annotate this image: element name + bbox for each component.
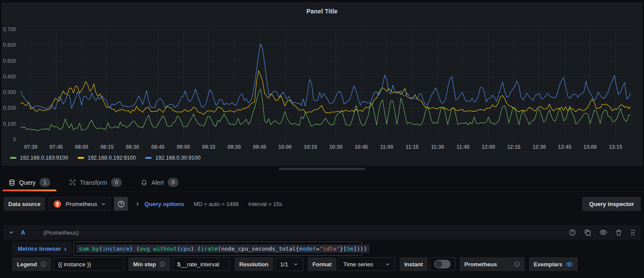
- query-row-header[interactable]: A (Prometheus): [3, 225, 641, 240]
- grafana-panel-editor: Panel Title 0.7000.6000.5000.4000.3000.2…: [0, 0, 644, 278]
- datasource-picker[interactable]: Prometheus: [49, 197, 111, 211]
- promql-expression: sum by(instance) (avg without(cpu) (irat…: [76, 245, 369, 253]
- datasource-label: Data source: [3, 197, 45, 211]
- svg-text:08:15: 08:15: [101, 144, 114, 150]
- chevron-right-icon: ›: [64, 245, 67, 252]
- promql-input[interactable]: sum by(instance) (avg without(cpu) (irat…: [74, 242, 362, 255]
- exemplars-label-text: Exemplars: [534, 261, 563, 268]
- format-value: Time series: [343, 261, 373, 268]
- legend-item[interactable]: 192.168.0.192:9100: [78, 155, 136, 161]
- prometheus-option-label: Prometheus: [460, 257, 525, 271]
- tab-query[interactable]: Query 1: [3, 173, 56, 191]
- legend-label: 192.168.0.183:9100: [20, 155, 68, 161]
- tab-alert-label: Alert: [151, 180, 164, 186]
- min-step-input[interactable]: $__rate_interval: [172, 257, 230, 271]
- editor-tabbar: Query 1 Transform 0 Alert 0: [0, 173, 644, 192]
- svg-text:13:00: 13:00: [583, 144, 597, 150]
- tab-query-count: 1: [39, 178, 50, 187]
- query-expression-row: Metrics browser › sum by(instance) (avg …: [12, 242, 641, 255]
- legend-option-label: Legend: [12, 257, 51, 271]
- interval-text: Interval = 15s: [248, 201, 282, 207]
- svg-text:09:45: 09:45: [253, 144, 267, 150]
- query-options-row: Legend {{ instance }} Min step $__rate_i…: [12, 257, 641, 271]
- svg-text:11:00: 11:00: [380, 144, 393, 150]
- resolution-select[interactable]: 1/1: [275, 257, 303, 271]
- tab-transform-label: Transform: [80, 180, 107, 186]
- query-options-link[interactable]: Query options: [144, 201, 184, 207]
- min-step-option-label: Min step: [128, 257, 170, 271]
- metrics-browser-button[interactable]: Metrics browser ›: [12, 242, 72, 255]
- exemplars-eye-icon[interactable]: [566, 261, 573, 268]
- svg-text:0.400: 0.400: [3, 74, 16, 80]
- trash-icon: [615, 229, 622, 236]
- legend-swatch: [10, 157, 16, 159]
- query-ref-id[interactable]: A: [21, 229, 25, 236]
- cpu-chart[interactable]: 0.7000.6000.5000.4000.3000.2000.100007:3…: [2, 3, 642, 165]
- tab-alert-count: 0: [168, 178, 179, 187]
- chevron-down-icon: [385, 262, 390, 267]
- tab-transform-count: 0: [111, 178, 122, 187]
- svg-text:13:15: 13:15: [609, 144, 622, 150]
- legend-item[interactable]: 192.168.0.183:9100: [10, 155, 68, 161]
- prometheus-icon: [53, 200, 62, 208]
- tab-transform[interactable]: Transform 0: [63, 173, 128, 191]
- datasource-help-button[interactable]: [114, 197, 128, 211]
- svg-text:10:30: 10:30: [329, 144, 343, 150]
- instant-option-label: Instant: [400, 257, 428, 271]
- exemplars-option-label: Exemplars: [529, 257, 578, 271]
- query-actions: [569, 229, 635, 236]
- timeseries-panel: Panel Title 0.7000.6000.5000.4000.3000.2…: [2, 3, 642, 166]
- pane-resize-handle[interactable]: [279, 168, 365, 170]
- svg-text:11:45: 11:45: [456, 144, 469, 150]
- instant-toggle[interactable]: [434, 260, 451, 268]
- duplicate-query-button[interactable]: [584, 229, 591, 236]
- query-editor-card: A (Prometheus): [3, 225, 641, 271]
- svg-text:0.300: 0.300: [3, 89, 16, 95]
- max-data-points-text: MD = auto = 1488: [194, 201, 239, 207]
- tab-alert[interactable]: Alert 0: [135, 173, 185, 191]
- legend-item[interactable]: 192.168.0.30:9100: [145, 155, 200, 161]
- svg-text:07:45: 07:45: [49, 144, 63, 150]
- svg-text:10:00: 10:00: [278, 144, 292, 150]
- remove-query-button[interactable]: [615, 229, 622, 236]
- svg-text:11:15: 11:15: [406, 144, 419, 150]
- info-icon[interactable]: [159, 261, 166, 267]
- eye-icon: [599, 229, 607, 236]
- info-icon[interactable]: [40, 261, 46, 267]
- info-icon[interactable]: [514, 261, 520, 267]
- help-icon: [117, 200, 125, 208]
- resolution-option-label: Resolution: [234, 257, 273, 271]
- chevron-down-icon: [293, 262, 298, 267]
- svg-text:09:30: 09:30: [228, 144, 241, 150]
- svg-text:08:30: 08:30: [126, 144, 139, 150]
- toggle-query-visibility-button[interactable]: [599, 229, 607, 236]
- svg-text:08:45: 08:45: [151, 144, 165, 150]
- collapse-chevron-icon[interactable]: [9, 230, 14, 235]
- help-circle-icon: [569, 229, 576, 236]
- svg-text:09:15: 09:15: [202, 144, 215, 150]
- svg-text:0.600: 0.600: [3, 42, 16, 48]
- min-step-label-text: Min step: [133, 261, 156, 268]
- legend-swatch: [145, 157, 152, 159]
- svg-text:12:15: 12:15: [507, 144, 520, 150]
- legend-format-input[interactable]: {{ instance }}: [53, 257, 124, 271]
- legend-label-text: Legend: [17, 261, 37, 268]
- query-inspector-button[interactable]: Query inspector: [582, 197, 641, 211]
- query-help-button[interactable]: [569, 229, 576, 236]
- prometheus-label-text: Prometheus: [465, 261, 497, 268]
- svg-text:11:30: 11:30: [431, 144, 444, 150]
- chart-legend: 192.168.0.183:9100192.168.0.192:9100192.…: [10, 155, 201, 161]
- svg-text:12:00: 12:00: [482, 144, 495, 150]
- drag-handle-icon: [630, 229, 635, 236]
- toggle-knob: [435, 261, 442, 268]
- datasource-row: Data source Prometheus Query options MD …: [3, 197, 641, 211]
- svg-text:09:00: 09:00: [177, 144, 190, 150]
- svg-text:10:45: 10:45: [355, 144, 368, 150]
- database-icon: [9, 179, 15, 186]
- svg-text:0.100: 0.100: [3, 121, 16, 127]
- chevron-right-icon[interactable]: [135, 201, 140, 206]
- svg-text:0.200: 0.200: [3, 105, 16, 111]
- format-select[interactable]: Time series: [338, 257, 395, 271]
- drag-query-handle[interactable]: [630, 229, 635, 236]
- datasource-value: Prometheus: [65, 201, 97, 207]
